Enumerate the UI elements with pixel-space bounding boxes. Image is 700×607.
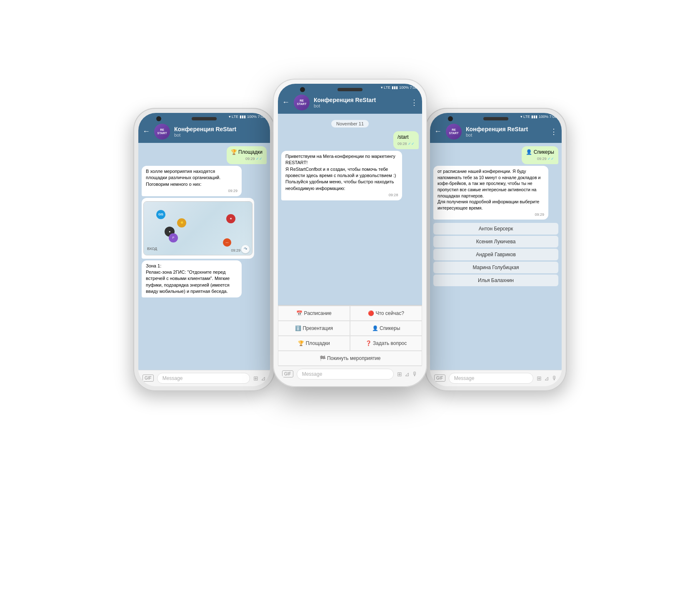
menu-dots-right[interactable]: ⋮ — [550, 127, 558, 136]
chat-title-left: Конференция ReStart — [174, 126, 266, 132]
input-bar-center: GIF Message ⊞ ⊿ 🎙 — [278, 366, 422, 382]
camera-left — [156, 116, 161, 121]
speaker-left — [192, 117, 217, 120]
message-input-center[interactable]: Message — [297, 369, 394, 380]
btn-schedule[interactable]: 📅 Расписание — [278, 306, 350, 321]
screen-right: ▾ LTE ▮▮▮ 100% 7:00 ← RESTART Конференци… — [430, 113, 562, 386]
message-sent-1: 🏆 Площадки 09:29 — [227, 146, 267, 164]
keyboard-grid: 📅 Расписание 🔴 Что сейчас? ℹ️ Презентаци… — [278, 305, 422, 351]
camera-right — [448, 116, 453, 121]
speaker-3[interactable]: Андрей Гавриков — [433, 249, 558, 260]
btn-speakers[interactable]: 👤 Спикеры — [350, 321, 422, 336]
keyboard-icon-center[interactable]: ⊞ — [397, 371, 402, 377]
chat-header-right: ← RESTART Конференция ReStart bot ⋮ — [430, 120, 562, 143]
btn-question[interactable]: ❓ Задать вопрос — [350, 336, 422, 351]
btn-presentation[interactable]: ℹ️ Презентация — [278, 321, 350, 336]
input-bar-right: GIF Message ⊞ ⊿ 🎙 — [430, 370, 562, 386]
chat-body-center: November 11 /start 09:28 Приветствуем на… — [278, 114, 422, 305]
screen-left: ▾ LTE ▮▮▮ 100% 7:00 ← RESTART Конференци… — [138, 113, 270, 386]
chat-header-left: ← RESTART Конференция ReStart bot — [138, 120, 270, 143]
reply-keyboard: 📅 Расписание 🔴 Что сейчас? ℹ️ Презентаци… — [278, 305, 422, 366]
attach-icon-right[interactable]: ⊿ — [544, 375, 549, 382]
message-zone1: Зона 1:Релакс-зона 2ГИС: "Отдохните пере… — [142, 260, 242, 297]
camera-center — [300, 87, 305, 92]
message-map: GIS ⭐ ● ★ P — [142, 198, 254, 259]
message-input-left[interactable]: Message — [157, 373, 250, 384]
chat-body-left: 🏆 Площадки 09:29 В холле мероприятия нах… — [138, 143, 270, 370]
message-schedule-info: от расписание нашей конференции. Я буду … — [433, 166, 548, 220]
chat-title-area-left: Конференция ReStart bot — [174, 126, 266, 137]
avatar-left: RESTART — [154, 124, 170, 140]
back-button-center[interactable]: ← — [282, 98, 290, 107]
message-start: /start 09:28 — [393, 131, 419, 149]
speaker-4[interactable]: Марина Голубицкая — [433, 262, 558, 273]
menu-dots-center[interactable]: ⋮ — [410, 98, 418, 107]
screen-center: ▾ LTE ▮▮▮ 100% 7:00 ← RESTART Конференци… — [278, 84, 422, 382]
speaker-2[interactable]: Ксения Лукичева — [433, 236, 558, 247]
gif-button-right[interactable]: GIF — [434, 375, 445, 382]
speaker-1[interactable]: Антон Берсерк — [433, 223, 558, 235]
keyboard-icon-right[interactable]: ⊞ — [537, 375, 542, 382]
chat-body-right: 👤 Спикеры 09:29 от расписание нашей конф… — [430, 143, 562, 370]
btn-venues[interactable]: 🏆 Площадки — [278, 336, 350, 351]
speaker-center — [338, 88, 362, 91]
chat-title-center: Конференция ReStart — [314, 97, 406, 103]
phone-left: ▾ LTE ▮▮▮ 100% 7:00 ← RESTART Конференци… — [133, 108, 275, 391]
btn-now[interactable]: 🔴 Что сейчас? — [350, 306, 422, 321]
phone-right: ▾ LTE ▮▮▮ 100% 7:00 ← RESTART Конференци… — [425, 108, 567, 391]
chat-subtitle-right: bot — [466, 132, 546, 137]
chat-subtitle-center: bot — [314, 103, 406, 108]
keyboard-icon-left[interactable]: ⊞ — [253, 375, 258, 382]
back-button-left[interactable]: ← — [142, 127, 150, 136]
gif-button-center[interactable]: GIF — [282, 370, 293, 377]
speaker-list: Антон Берсерк Ксения Лукичева Андрей Гав… — [433, 221, 558, 288]
btn-leave[interactable]: 🏁 Покинуть мероприятие — [278, 351, 422, 366]
message-input-right[interactable]: Message — [449, 373, 533, 384]
message-received-1: В холле мероприятия находятся площадки р… — [142, 166, 242, 196]
date-divider: November 11 — [281, 120, 419, 127]
chat-title-right: Конференция ReStart — [466, 126, 546, 132]
chat-title-area-right: Конференция ReStart bot — [466, 126, 546, 137]
avatar-center: RESTART — [294, 95, 310, 110]
speaker-5[interactable]: Илья Балахнин — [433, 275, 558, 286]
phones-container: ▾ LTE ▮▮▮ 100% 7:00 ← RESTART Конференци… — [121, 54, 579, 554]
phone-center: ▾ LTE ▮▮▮ 100% 7:00 ← RESTART Конференци… — [273, 79, 427, 387]
avatar-right: RESTART — [446, 124, 462, 140]
message-speakers-btn: 👤 Спикеры 09:29 — [522, 146, 558, 164]
map-image: GIS ⭐ ● ★ P — [143, 201, 252, 255]
attach-icon-center[interactable]: ⊿ — [405, 371, 410, 377]
chat-header-center: ← RESTART Конференция ReStart bot ⋮ — [278, 91, 422, 114]
mic-icon-right[interactable]: 🎙 — [552, 375, 558, 382]
speaker-right — [483, 117, 508, 120]
message-welcome: Приветствуем на Мега-конференции по марк… — [281, 151, 402, 200]
mic-icon-center[interactable]: 🎙 — [412, 371, 418, 377]
chat-title-area-center: Конференция ReStart bot — [314, 97, 406, 108]
attach-icon-left[interactable]: ⊿ — [261, 375, 266, 382]
back-button-right[interactable]: ← — [434, 127, 442, 136]
gif-button-left[interactable]: GIF — [142, 375, 154, 382]
keyboard-wide: 🏁 Покинуть мероприятие — [278, 351, 422, 366]
input-bar-left: GIF Message ⊞ ⊿ — [138, 370, 270, 386]
chat-subtitle-left: bot — [174, 132, 266, 137]
